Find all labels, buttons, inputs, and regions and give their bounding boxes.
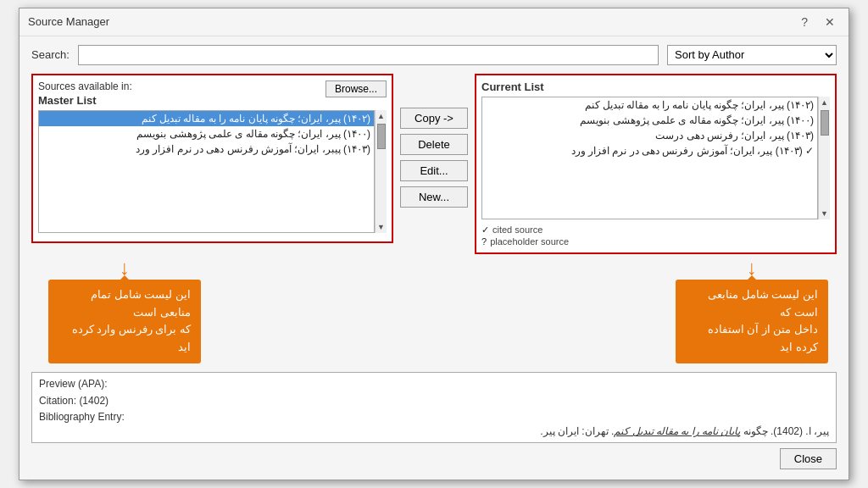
placeholder-label: placeholder source xyxy=(490,236,569,247)
list-item[interactable]: (۱۴۰۰) پیر، ایران؛ چگونه مقاله ی علمی پژ… xyxy=(482,113,817,128)
preview-citation: Citation: (1402) xyxy=(39,393,829,409)
delete-button[interactable]: Delete xyxy=(400,134,468,155)
source-manager-dialog: Source Manager ? ✕ Search: Sort by Autho… xyxy=(19,8,849,481)
placeholder-question-icon: ? xyxy=(481,236,487,247)
current-list-label: Current List xyxy=(481,80,830,93)
current-list-wrapper: (۱۴۰۲) پیر، ایران؛ چگونه پایان نامه را ب… xyxy=(481,97,830,219)
list-item[interactable]: (۱۴۰۰) پیر، ایران؛ چگونه مقاله ی علمی پژ… xyxy=(39,126,374,141)
cited-label: cited source xyxy=(492,225,542,235)
annotations-row: ↓ این لیست شامل تمام منابعی استکه برای ر… xyxy=(31,258,837,363)
preview-bib-label: Bibliography Entry: xyxy=(39,409,829,425)
scroll-up-arrow[interactable]: ▲ xyxy=(819,97,830,108)
legend-area: ✓ cited source ? placeholder source xyxy=(481,225,830,247)
preview-section: Preview (APA): Citation: (1402) Bibliogr… xyxy=(31,372,837,443)
scroll-thumb[interactable] xyxy=(377,124,386,149)
scroll-thumb[interactable] xyxy=(821,110,829,136)
sort-select[interactable]: Sort by Author Sort by Title Sort by Yea… xyxy=(667,45,837,65)
middle-buttons-area: Copy -> Delete Edit... New... xyxy=(400,74,468,208)
dialog-title: Source Manager xyxy=(28,15,109,28)
cited-check-icon: ✓ xyxy=(481,225,489,236)
browse-button[interactable]: Browse... xyxy=(326,80,387,97)
annotation-left: ↓ این لیست شامل تمام منابعی استکه برای ر… xyxy=(48,258,201,363)
citation-value: (1402) xyxy=(79,395,108,407)
preview-label: Preview (APA): xyxy=(39,378,829,390)
master-list-wrapper: (۱۴۰۲) پیر، ایران؛ چگونه پایان نامه را ب… xyxy=(38,110,387,233)
close-title-button[interactable]: ✕ xyxy=(820,14,840,30)
scroll-down-arrow[interactable]: ▼ xyxy=(376,221,387,233)
legend-cited: ✓ cited source xyxy=(481,225,830,236)
current-list-panel: Current List (۱۴۰۲) پیر، ایران؛ چگونه پا… xyxy=(475,74,837,254)
copy-button[interactable]: Copy -> xyxy=(400,108,468,129)
legend-placeholder: ? placeholder source xyxy=(481,236,830,247)
search-input[interactable] xyxy=(78,45,659,65)
tooltip-right: این لیست شامل منابعی است کهداخل متن از آ… xyxy=(676,280,828,363)
main-area: Sources available in: Master List Browse… xyxy=(31,74,837,254)
list-item[interactable]: (۱۴۰۳) پیر، ایران؛ رفرنس دهی درست xyxy=(482,128,817,143)
bottom-row: Close xyxy=(31,443,837,471)
new-button[interactable]: New... xyxy=(400,186,468,208)
current-list-box[interactable]: (۱۴۰۲) پیر، ایران؛ چگونه پایان نامه را ب… xyxy=(481,97,818,219)
list-item[interactable]: (۱۴۰۲) پیر، ایران؛ چگونه پایان نامه را ب… xyxy=(482,97,817,113)
master-list-box[interactable]: (۱۴۰۲) پیر، ایران؛ چگونه پایان نامه را ب… xyxy=(38,110,375,233)
list-item[interactable]: (۱۴۰۳) پیبر، ایران؛ آموزش رفرنس دهی در ن… xyxy=(39,141,374,157)
title-bar-controls: ? ✕ xyxy=(796,14,840,30)
search-label: Search: xyxy=(31,48,70,61)
scroll-down-arrow[interactable]: ▼ xyxy=(819,208,830,219)
tooltip-left: این لیست شامل تمام منابعی استکه برای رفر… xyxy=(48,280,201,363)
dialog-body: Search: Sort by Author Sort by Title Sor… xyxy=(19,36,849,480)
citation-label: Citation: xyxy=(39,395,76,407)
close-button[interactable]: Close xyxy=(780,448,837,469)
bib-label: Bibliography Entry: xyxy=(39,411,125,423)
master-list-panel: Sources available in: Master List Browse… xyxy=(31,74,393,243)
current-list-scrollbar[interactable]: ▲ ▼ xyxy=(818,97,830,219)
scroll-up-arrow[interactable]: ▲ xyxy=(376,110,387,122)
title-bar: Source Manager ? ✕ xyxy=(19,8,849,36)
search-row: Search: Sort by Author Sort by Title Sor… xyxy=(31,45,837,65)
edit-button[interactable]: Edit... xyxy=(400,160,468,181)
preview-bib-text: پیر، ا. (1402). چگونه پایان نامه را به م… xyxy=(39,425,829,437)
list-item[interactable]: (۱۴۰۲) پیر، ایران؛ چگونه پایان نامه را ب… xyxy=(39,111,374,126)
list-scrollbar[interactable]: ▲ ▼ xyxy=(375,110,387,233)
help-button[interactable]: ? xyxy=(796,14,813,30)
annotation-right: ↓ این لیست شامل منابعی است کهداخل متن از… xyxy=(676,258,828,363)
list-item-checked[interactable]: (۱۴۰۳) پیر، ایران؛ آموزش رفرنس دهی در نر… xyxy=(482,143,817,158)
